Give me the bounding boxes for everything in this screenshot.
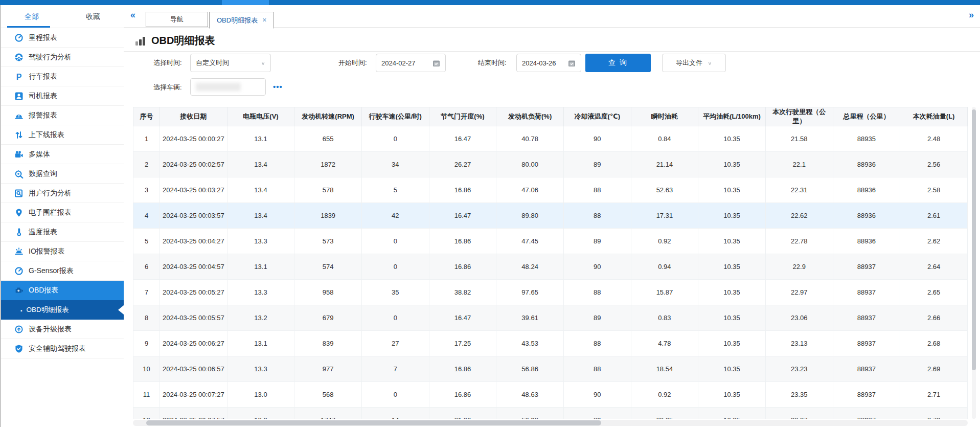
table-row[interactable]: 72024-03-25 00:05:2713.39583538.8297.658… [133, 280, 968, 305]
close-icon[interactable]: × [262, 16, 266, 24]
table-row[interactable]: 92024-03-25 00:06:2713.18392717.2543.538… [133, 331, 968, 356]
horizontal-scrollbar-thumb[interactable] [146, 420, 601, 425]
io-alarm-icon [14, 247, 24, 256]
horizontal-scrollbar[interactable] [133, 420, 968, 426]
sidebar-item-g-sensor-report[interactable]: G-Sensor报表 [1, 261, 124, 281]
sidebar-item-obd-detail-report[interactable]: OBD明细报表 [1, 300, 124, 320]
sidebar-item-device-upgrade-report[interactable]: 设备升级报表 [1, 320, 124, 339]
table-cell: 2024-03-25 00:04:27 [160, 229, 227, 254]
sidebar-item-alarm-report[interactable]: 报警报表 [1, 106, 124, 125]
sidebar-menu: 里程报表驾驶行为分析P行车报表司机报表报警报表上下线报表多媒体数据查询用户行为分… [1, 28, 124, 358]
export-file-dropdown[interactable]: 导出文件 [662, 54, 726, 72]
table-cell: 48.24 [496, 254, 564, 280]
table-cell: 2.62 [900, 229, 968, 254]
table-cell: 13.4 [227, 203, 294, 229]
vertical-scrollbar-thumb[interactable] [972, 109, 976, 370]
end-date-label: 结束时间: [478, 54, 507, 72]
table-header: 序号接收日期电瓶电压(V)发动机转速(RPM)行驶车速(公里/时)节气门开度(%… [133, 107, 968, 126]
table-cell: 2024-03-25 00:07:57 [160, 408, 227, 419]
table-row[interactable]: 52024-03-25 00:04:2713.3573016.8647.4589… [133, 229, 968, 254]
table-cell: 10.35 [698, 331, 766, 356]
more-vehicles-icon[interactable]: ••• [273, 78, 283, 96]
table-cell: 90 [563, 382, 631, 408]
expand-tabs-icon[interactable]: » [969, 10, 974, 20]
table-cell: 2.66 [900, 305, 968, 331]
table-cell: 88 [563, 177, 631, 203]
sidebar-item-mileage-report[interactable]: 里程报表 [1, 28, 124, 48]
sidebar-item-geofence-report[interactable]: 电子围栏报表 [1, 203, 124, 222]
table-cell: 2.72 [900, 408, 968, 419]
collapse-sidebar-icon[interactable]: « [130, 10, 135, 20]
table-cell: 16.86 [429, 229, 496, 254]
table-cell: 47.45 [496, 229, 564, 254]
table-row[interactable]: 112024-03-25 00:07:2713.0568016.8648.639… [133, 382, 968, 408]
sidebar-item-online-offline-report[interactable]: 上下线报表 [1, 125, 124, 145]
table-cell: 23.37 [765, 408, 833, 419]
sidebar-item-driving-behavior-analysis[interactable]: 驾驶行为分析 [1, 48, 124, 67]
sidebar-item-adas-report[interactable]: 安全辅助驾驶报表 [1, 339, 124, 358]
table-cell: 568 [294, 382, 362, 408]
table-row[interactable]: 22024-03-25 00:02:5713.418723426.2780.00… [133, 152, 968, 177]
table-row[interactable]: 32024-03-25 00:03:2713.4578516.8647.0688… [133, 177, 968, 203]
column-header: 发动机转速(RPM) [294, 107, 362, 126]
vertical-scrollbar[interactable] [972, 107, 976, 419]
sidebar-item-obd-report[interactable]: OBD报表 [1, 281, 124, 300]
start-date-input[interactable]: 2024-02-27 [376, 54, 446, 72]
column-header: 行驶车速(公里/时) [361, 107, 429, 126]
table-row[interactable]: 82024-03-25 00:05:5713.2679016.4739.6189… [133, 305, 968, 331]
table-cell: 26.27 [429, 152, 496, 177]
table-cell: 14 [361, 408, 429, 419]
vehicle-select-input[interactable] [190, 78, 266, 96]
table-cell: 13.1 [227, 254, 294, 280]
tab-navigation[interactable]: 导航 [146, 12, 208, 27]
sidebar-tab-favorites[interactable]: 收藏 [62, 5, 124, 28]
gsensor-gauge-icon [14, 266, 24, 276]
table-row[interactable]: 122024-03-25 00:07:5713.217471421.0650.9… [133, 408, 968, 419]
table-cell: 2024-03-25 00:06:57 [160, 356, 227, 382]
table-cell: 7 [361, 356, 429, 382]
table-body: 12024-03-25 00:00:2713.1655016.4740.7890… [133, 126, 968, 419]
sidebar-item-data-query[interactable]: 数据查询 [1, 164, 124, 184]
table-cell: 2.65 [900, 280, 968, 305]
table-cell: 2024-03-25 00:06:27 [160, 331, 227, 356]
table-cell: 2024-03-25 00:02:57 [160, 152, 227, 177]
table-row[interactable]: 62024-03-25 00:04:5713.1574016.8648.2490… [133, 254, 968, 280]
table-cell: 89 [563, 152, 631, 177]
time-range-select[interactable]: 自定义时间 [190, 54, 271, 72]
table-cell: 17.31 [631, 203, 698, 229]
column-header: 瞬时油耗 [631, 107, 698, 126]
sidebar-item-label: 安全辅助驾驶报表 [29, 344, 86, 353]
table-header-row: 序号接收日期电瓶电压(V)发动机转速(RPM)行驶车速(公里/时)节气门开度(%… [133, 107, 968, 126]
table-row[interactable]: 102024-03-25 00:06:5713.3977716.8656.868… [133, 356, 968, 382]
sidebar-item-user-behavior-analysis[interactable]: 用户行为分析 [1, 184, 124, 203]
sidebar-item-driver-report[interactable]: 司机报表 [1, 86, 124, 106]
table-cell: 88 [563, 280, 631, 305]
column-header: 接收日期 [160, 107, 227, 126]
sidebar: 全部 收藏 里程报表驾驶行为分析P行车报表司机报表报警报表上下线报表多媒体数据查… [0, 5, 124, 427]
table-cell: 22.97 [765, 280, 833, 305]
sidebar-tab-all[interactable]: 全部 [1, 5, 62, 28]
sidebar-item-io-alarm-report[interactable]: IO报警报表 [1, 242, 124, 261]
column-header: 电瓶电压(V) [227, 107, 294, 126]
column-header: 本次耗油量(L) [900, 107, 968, 126]
end-date-input[interactable]: 2024-03-26 [516, 54, 581, 72]
table-cell: 52.63 [631, 177, 698, 203]
table-cell: 6 [133, 254, 160, 280]
page-title: OBD明细报表 [151, 34, 215, 48]
open-tabs: 导航OBD明细报表× [146, 5, 275, 28]
table-cell: 958 [294, 280, 362, 305]
video-camera-icon [14, 150, 24, 159]
table-cell: 2.48 [900, 126, 968, 152]
tab-obd-detail-report[interactable]: OBD明细报表× [209, 12, 274, 29]
location-pin-icon [14, 208, 24, 217]
table-row[interactable]: 42024-03-25 00:03:5713.418394216.4789.80… [133, 203, 968, 229]
sidebar-item-parking-report[interactable]: P行车报表 [1, 67, 124, 86]
calendar-icon [568, 59, 576, 67]
query-button[interactable]: 查 询 [585, 54, 651, 72]
table-cell: 2024-03-25 00:00:27 [160, 126, 227, 152]
table-cell: 21.58 [765, 126, 833, 152]
sidebar-item-multimedia[interactable]: 多媒体 [1, 145, 124, 164]
table-row[interactable]: 12024-03-25 00:00:2713.1655016.4740.7890… [133, 126, 968, 152]
sidebar-item-temperature-report[interactable]: 温度报表 [1, 222, 124, 242]
steering-wheel-icon [14, 53, 24, 62]
